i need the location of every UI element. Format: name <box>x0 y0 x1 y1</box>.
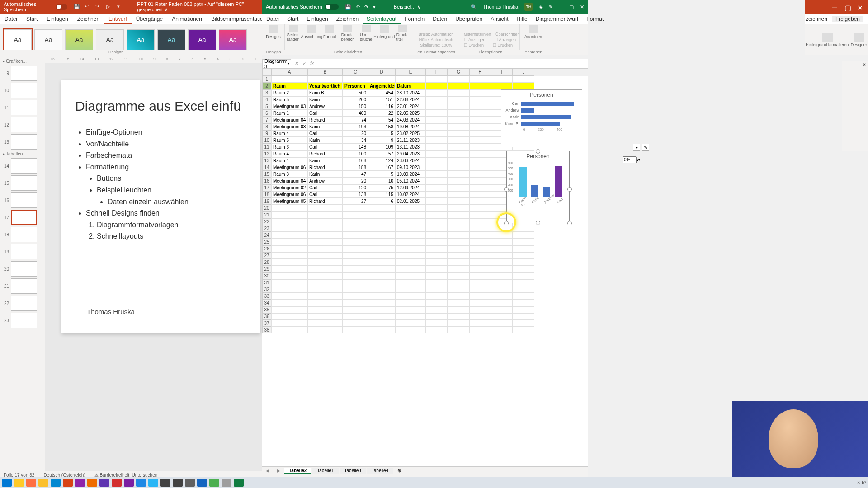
slide-thumb-21[interactable] <box>11 278 37 294</box>
designer-button[interactable]: Designer <box>851 33 867 47</box>
cell-C2[interactable]: Personen <box>343 83 368 89</box>
cell-C3[interactable]: 500 <box>343 89 368 96</box>
cell-E18[interactable]: 10.02.2024 <box>395 191 426 198</box>
cell-I28[interactable] <box>491 259 513 266</box>
cell-J36[interactable] <box>513 313 534 320</box>
app-icon[interactable] <box>185 479 195 487</box>
slide-thumb-15[interactable] <box>11 175 37 191</box>
close-icon[interactable]: ✕ <box>857 4 863 10</box>
cell-D10[interactable]: 9 <box>368 137 395 144</box>
cell-C19[interactable]: 27 <box>343 198 368 205</box>
cell-G13[interactable] <box>448 157 469 164</box>
cell-F17[interactable] <box>426 184 448 191</box>
bar[interactable] <box>519 167 527 197</box>
theme-8[interactable]: Aa <box>219 29 247 50</box>
slide-thumb-9[interactable] <box>11 66 37 81</box>
cell-D25[interactable] <box>368 239 395 245</box>
cell-G20[interactable] <box>448 205 469 211</box>
cell-H35[interactable] <box>469 306 491 313</box>
tab-überprüfen[interactable]: Überprüfen <box>451 14 486 24</box>
cell-B25[interactable] <box>307 239 343 245</box>
cell-B37[interactable] <box>307 320 343 327</box>
cell-C9[interactable]: 20 <box>343 130 368 137</box>
cell-H12[interactable] <box>469 150 491 157</box>
cell-H37[interactable] <box>469 320 491 327</box>
cell-B28[interactable] <box>307 259 343 266</box>
slide-thumb-18[interactable] <box>11 227 37 242</box>
cell-A33[interactable] <box>271 293 307 300</box>
redo-icon[interactable]: ↷ <box>364 4 368 10</box>
cell-C25[interactable] <box>343 239 368 245</box>
tab-start[interactable]: Start <box>22 14 42 24</box>
col-header-H[interactable]: H <box>469 69 491 76</box>
cell-D24[interactable] <box>368 232 395 239</box>
cell-F35[interactable] <box>426 306 448 313</box>
cell-G16[interactable] <box>448 178 469 184</box>
cell-J25[interactable] <box>513 239 534 245</box>
cell-F31[interactable] <box>426 279 448 286</box>
obs-icon[interactable] <box>173 479 183 487</box>
telegram-icon[interactable] <box>148 479 158 487</box>
cell-F20[interactable] <box>426 205 448 211</box>
slide-thumb-12[interactable] <box>11 117 37 132</box>
cell-A6[interactable]: Raum 1 <box>271 110 307 117</box>
cell-A1[interactable] <box>271 76 307 83</box>
cell-E24[interactable] <box>395 232 426 239</box>
cell-I38[interactable] <box>491 327 513 333</box>
cell-E4[interactable]: 22.08.2024 <box>395 96 426 103</box>
search-icon[interactable]: 🔍 <box>471 4 477 10</box>
fx-icon[interactable]: fx <box>310 61 314 66</box>
cell-H30[interactable] <box>469 272 491 279</box>
slide-thumbnail-panel[interactable]: Grafiken...910111213Tabellen141516171819… <box>0 55 45 471</box>
margins-button[interactable]: Seiten-ränder <box>288 25 299 42</box>
cell-H8[interactable] <box>469 123 491 130</box>
cell-E33[interactable] <box>395 293 426 300</box>
cell-C11[interactable]: 148 <box>343 144 368 150</box>
print-titles-button[interactable]: Druck-titel <box>396 25 408 42</box>
cell-D15[interactable]: 5 <box>368 171 395 178</box>
cell-B12[interactable]: Richard <box>307 150 343 157</box>
cell-H27[interactable] <box>469 252 491 259</box>
cell-B4[interactable]: Karin <box>307 96 343 103</box>
cell-F10[interactable] <box>426 137 448 144</box>
slide-thumb-14[interactable] <box>11 158 37 174</box>
cell-A23[interactable] <box>271 225 307 232</box>
cell-A9[interactable]: Raum 4 <box>271 130 307 137</box>
cell-B15[interactable]: Karin <box>307 171 343 178</box>
autosave-toggle[interactable] <box>325 4 339 10</box>
cell-D1[interactable] <box>368 76 395 83</box>
cell-E36[interactable] <box>395 313 426 320</box>
cell-E35[interactable] <box>395 306 426 313</box>
cell-C27[interactable] <box>343 252 368 259</box>
cell-H25[interactable] <box>469 239 491 245</box>
save-icon[interactable]: 💾 <box>345 4 351 10</box>
cell-A10[interactable]: Raum 5 <box>271 137 307 144</box>
formula-input[interactable] <box>318 59 588 68</box>
cell-J2[interactable] <box>513 83 534 89</box>
theme-5[interactable]: Aa <box>127 29 155 50</box>
cell-A29[interactable] <box>271 266 307 272</box>
chart-vertical-bar[interactable]: Personen 6005004003002001000 Karin B.Kar… <box>506 151 570 223</box>
cell-C31[interactable] <box>343 279 368 286</box>
cell-A5[interactable]: Meetingraum 03 <box>271 103 307 110</box>
cell-G38[interactable] <box>448 327 469 333</box>
cell-C30[interactable] <box>343 272 368 279</box>
chart-style-button[interactable]: ✎ <box>642 144 649 151</box>
slide-thumb-19[interactable] <box>11 244 37 259</box>
cell-B18[interactable]: Carl <box>307 191 343 198</box>
cell-C28[interactable] <box>343 259 368 266</box>
cell-J33[interactable] <box>513 293 534 300</box>
cell-A12[interactable]: Raum 4 <box>271 150 307 157</box>
cell-F37[interactable] <box>426 320 448 327</box>
cell-J37[interactable] <box>513 320 534 327</box>
cell-C4[interactable]: 200 <box>343 96 368 103</box>
cell-H36[interactable] <box>469 313 491 320</box>
user-avatar[interactable]: TH <box>524 3 533 11</box>
diamond-icon[interactable]: ◈ <box>539 4 542 10</box>
format-background-button[interactable]: Hintergrund formatieren <box>806 33 849 47</box>
theme-7[interactable]: Aa <box>188 29 216 50</box>
cell-F33[interactable] <box>426 293 448 300</box>
cell-I24[interactable] <box>491 232 513 239</box>
cell-C14[interactable]: 188 <box>343 164 368 171</box>
cell-I1[interactable] <box>491 76 513 83</box>
